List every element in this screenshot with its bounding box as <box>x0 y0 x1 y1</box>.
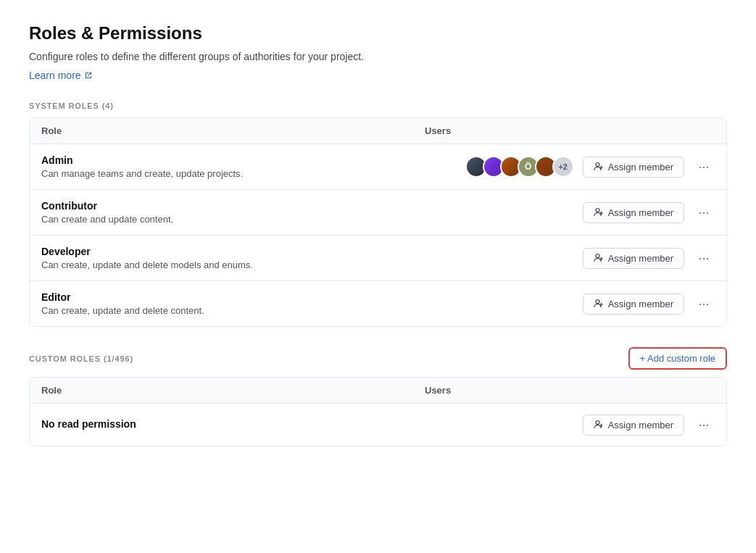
role-info-admin: Admin Can manage teams and create, updat… <box>41 154 439 179</box>
role-info-editor: Editor Can create, update and delete con… <box>41 291 439 316</box>
assign-icon <box>594 420 604 430</box>
assign-member-label: Assign member <box>608 299 673 309</box>
custom-roles-table-header: Role Users <box>30 378 726 404</box>
custom-roles-section-header: CUSTOM ROLES (1/496) + Add custom role <box>29 347 727 370</box>
contributor-row-right: Assign member ··· <box>439 201 715 223</box>
col-role-header: Role <box>41 125 425 136</box>
assign-member-label: Assign member <box>608 253 673 264</box>
system-roles-section-header: SYSTEM ROLES (4) <box>29 101 727 110</box>
svg-point-4 <box>596 421 599 425</box>
assign-member-button-developer[interactable]: Assign member <box>583 248 684 269</box>
role-info-developer: Developer Can create, update and delete … <box>41 246 439 270</box>
svg-point-2 <box>596 254 599 258</box>
custom-roles-table: Role Users No read permission Assign mem… <box>29 377 727 446</box>
assign-icon <box>594 253 604 263</box>
avatar-count: +2 <box>552 156 574 178</box>
svg-point-1 <box>596 209 599 212</box>
role-info-no-read: No read permission <box>41 418 439 432</box>
role-name-no-read: No read permission <box>41 418 439 430</box>
role-desc-editor: Can create, update and delete content. <box>41 305 439 316</box>
custom-roles-label: CUSTOM ROLES (1/496) <box>29 354 133 363</box>
more-options-button-developer[interactable]: ··· <box>693 247 715 269</box>
svg-point-3 <box>596 300 599 304</box>
more-options-button-editor[interactable]: ··· <box>693 293 715 315</box>
col-role-header-custom: Role <box>41 385 425 396</box>
page-description: Configure roles to define the different … <box>29 51 727 62</box>
table-row: Contributor Can create and update conten… <box>30 190 726 236</box>
system-roles-table-header: Role Users <box>30 118 726 144</box>
learn-more-label: Learn more <box>29 70 81 81</box>
admin-row-right: Ö +2 Assign member ··· <box>439 156 715 178</box>
assign-member-button-editor[interactable]: Assign member <box>583 294 684 315</box>
role-name-contributor: Contributor <box>41 200 439 212</box>
developer-row-right: Assign member ··· <box>439 247 715 269</box>
more-dots: ··· <box>698 296 709 312</box>
assign-member-button-no-read[interactable]: Assign member <box>583 415 684 436</box>
assign-member-label: Assign member <box>608 420 673 431</box>
role-desc-developer: Can create, update and delete models and… <box>41 259 439 270</box>
more-dots: ··· <box>698 417 709 433</box>
more-options-button-contributor[interactable]: ··· <box>693 201 715 223</box>
no-read-row-right: Assign member ··· <box>439 414 715 436</box>
editor-row-right: Assign member ··· <box>439 293 715 315</box>
table-row: Admin Can manage teams and create, updat… <box>30 144 726 190</box>
role-desc-contributor: Can create and update content. <box>41 214 439 225</box>
role-name-developer: Developer <box>41 246 439 257</box>
assign-member-label: Assign member <box>608 162 673 172</box>
admin-avatars: Ö +2 <box>465 156 574 178</box>
external-link-icon <box>84 71 93 80</box>
more-dots: ··· <box>698 205 709 220</box>
system-roles-label: SYSTEM ROLES (4) <box>29 101 114 110</box>
more-dots: ··· <box>698 159 709 175</box>
assign-member-label: Assign member <box>608 207 673 218</box>
assign-member-button-contributor[interactable]: Assign member <box>583 202 684 223</box>
table-row: Editor Can create, update and delete con… <box>30 281 726 326</box>
role-desc-admin: Can manage teams and create, update proj… <box>41 168 439 179</box>
role-name-admin: Admin <box>41 154 439 166</box>
assign-icon <box>594 162 604 172</box>
svg-point-0 <box>596 163 599 167</box>
col-users-header-custom: Users <box>425 385 715 396</box>
assign-icon <box>594 299 604 309</box>
role-info-contributor: Contributor Can create and update conten… <box>41 200 439 225</box>
assign-member-button-admin[interactable]: Assign member <box>583 157 684 178</box>
add-custom-role-button[interactable]: + Add custom role <box>628 347 727 370</box>
col-users-header: Users <box>425 125 715 136</box>
page-title: Roles & Permissions <box>29 23 727 43</box>
more-dots: ··· <box>698 251 709 266</box>
role-name-editor: Editor <box>41 291 439 303</box>
table-row: No read permission Assign member ··· <box>30 404 726 446</box>
more-options-button-admin[interactable]: ··· <box>693 156 715 178</box>
add-custom-role-label: + Add custom role <box>640 353 715 364</box>
learn-more-link[interactable]: Learn more <box>29 70 93 81</box>
system-roles-table: Role Users Admin Can manage teams and cr… <box>29 117 727 327</box>
assign-icon <box>594 207 604 217</box>
table-row: Developer Can create, update and delete … <box>30 236 726 281</box>
more-options-button-no-read[interactable]: ··· <box>693 414 715 436</box>
